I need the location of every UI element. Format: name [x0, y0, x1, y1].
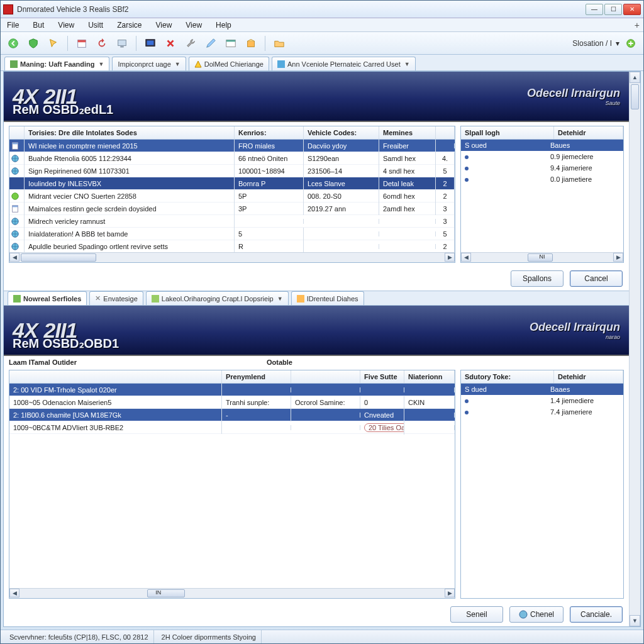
- table-row[interactable]: Midrech vericley ramnust3: [9, 215, 455, 228]
- globe-icon: [11, 154, 19, 163]
- svg-rect-25: [152, 295, 159, 303]
- refresh-icon[interactable]: [94, 36, 109, 51]
- table-row[interactable]: Buahde Rtenolia 6005 112:2934466 ntneö O…: [9, 152, 455, 165]
- globe-icon: [11, 230, 19, 238]
- menu-add-icon[interactable]: +: [635, 20, 640, 30]
- content-area: 4X2II1 ReM OSBD₂edL1 Odecell IrnairgunSa…: [3, 71, 641, 627]
- table-row[interactable]: 2: 00 VID FM-Trhole Spalot 020er: [9, 384, 455, 396]
- svg-point-17: [12, 192, 19, 199]
- side-row-sel[interactable]: S ouedBaues: [461, 140, 623, 151]
- wrench-icon[interactable]: [183, 36, 198, 51]
- titlebar: Dnmorated Vehicle 3 Realis SBf2 — ☐ ✕: [1, 1, 643, 18]
- col-kenrios[interactable]: Kenrios:: [235, 126, 304, 139]
- list-item[interactable]: 9.4 jiameriere: [461, 162, 623, 174]
- table-row[interactable]: WI niclee in cromptrre miened 2015FRO mi…: [9, 140, 455, 152]
- globe-icon: [11, 242, 19, 251]
- menu-view3[interactable]: View: [183, 19, 204, 31]
- col-memines[interactable]: Memines: [379, 126, 436, 139]
- menu-view2[interactable]: View: [153, 19, 175, 31]
- svg-rect-14: [13, 142, 18, 144]
- box-icon[interactable]: [243, 36, 258, 51]
- menu-zarsice[interactable]: Zarsice: [114, 19, 144, 31]
- content-vscroll[interactable]: ▲ ▼: [629, 72, 640, 626]
- tab-lakeol[interactable]: Lakeol.Oriharoging Crapt.l Dopsrieip▼: [146, 291, 289, 305]
- list-item[interactable]: 0.9 jiemeclere: [461, 151, 623, 162]
- folder-icon[interactable]: [272, 36, 287, 51]
- col-torisies[interactable]: Torisies: Dre dile Intolates Sodes: [25, 126, 235, 139]
- side-top-hscroll[interactable]: ◀NI▶: [461, 252, 623, 262]
- tab-ann[interactable]: Ann Vceniole Pternateic Carred Uset▼: [272, 57, 416, 70]
- list-item[interactable]: 7.4 jiameriere: [461, 406, 623, 418]
- app-icon: [3, 4, 13, 14]
- table-row[interactable]: Maimalces restinn gecle scrdein doysided…: [9, 203, 455, 215]
- location-dropdown-icon[interactable]: ▾: [616, 39, 619, 48]
- table-row[interactable]: 1008~05 Odenacion Maiserien5Tranhi sunpl…: [9, 396, 455, 409]
- cursor-icon[interactable]: [46, 36, 61, 51]
- screen-icon[interactable]: [114, 36, 130, 51]
- calendar-icon[interactable]: [74, 36, 89, 51]
- tab-dolmed[interactable]: DolMed Chieriange: [189, 57, 269, 70]
- maximize-button[interactable]: ☐: [604, 4, 622, 15]
- canciale-button[interactable]: Canciale.: [570, 606, 623, 623]
- spallons-button[interactable]: Spallons: [511, 270, 564, 287]
- svg-rect-19: [13, 205, 18, 207]
- shield-icon[interactable]: [26, 36, 41, 51]
- window-icon[interactable]: [223, 36, 238, 51]
- location-label: Slosation / I: [572, 39, 612, 48]
- tab-impicon[interactable]: Impiconprct uage▼: [112, 57, 186, 70]
- table-row[interactable]: Midrant vecier CNO Suerten 228585P008. 2…: [9, 190, 455, 203]
- svg-rect-24: [13, 295, 21, 303]
- green-icon: [11, 192, 19, 201]
- table-row[interactable]: Apuldle beuried Spadingo ortlent revirve…: [9, 240, 455, 252]
- table-row[interactable]: 2: 1IB00.6 chamite [USA M18E7Gk-Cnveated: [9, 409, 455, 421]
- back-icon[interactable]: [6, 36, 21, 51]
- delete-icon[interactable]: [163, 36, 178, 51]
- menubar: File But View Usitt Zarsice View View He…: [1, 18, 643, 32]
- close-button[interactable]: ✕: [623, 4, 641, 15]
- doc-icon: [11, 204, 19, 213]
- minimize-button[interactable]: —: [586, 4, 603, 15]
- col-vehicle[interactable]: Vehicle Codes:: [304, 126, 379, 139]
- svg-point-27: [519, 611, 527, 618]
- table-top: Torisies: Dre dile Intolates Sodes Kenri…: [9, 126, 455, 263]
- menu-file[interactable]: File: [4, 19, 21, 31]
- menu-usitt[interactable]: Usitt: [86, 19, 106, 31]
- globe-icon: [11, 167, 19, 175]
- doc-icon: [11, 142, 19, 150]
- status-left: Scvervhner: fcleu5ts (CP|18), FLSC, 00 2…: [4, 630, 154, 643]
- tab-maning[interactable]: Maning: Uaft Faanding▼: [4, 57, 109, 70]
- pencil-icon[interactable]: [203, 36, 218, 51]
- list-item[interactable]: 0.0 jiametiere: [461, 174, 623, 185]
- side-panel-top: Slpall logh Detehidr S ouedBaues 0.9 jie…: [460, 126, 624, 263]
- list-item[interactable]: 1.4 jiemediere: [461, 395, 623, 406]
- tab-drenteul[interactable]: IDrenteul Diahes: [291, 291, 364, 305]
- globe-icon: [519, 610, 528, 619]
- mid-tabstrip: Nowreal Serfioles ✕Envatesige Lakeol.Ori…: [4, 291, 629, 306]
- toolbar: Slosation / I ▾: [1, 32, 643, 55]
- table-row[interactable]: Sign Repirinened 60M 11073301100001~1889…: [9, 165, 455, 177]
- svg-point-0: [9, 38, 18, 47]
- table-row[interactable]: Ioulinded by INLESVBXBornra PLces Slanve…: [9, 177, 455, 190]
- cancel-button-top[interactable]: Cancel: [570, 270, 623, 287]
- table-bottom-hscroll[interactable]: ◀IN▶: [9, 588, 455, 598]
- menu-help[interactable]: Help: [213, 19, 234, 31]
- svg-rect-2: [78, 40, 86, 42]
- side2-row-sel[interactable]: S duedBaaes: [461, 384, 623, 395]
- table-row[interactable]: Inialdateration! A BBB tet bamde55: [9, 228, 455, 240]
- lower-left-header: Laam ITamal Outider: [9, 358, 262, 366]
- svg-rect-9: [248, 41, 255, 47]
- chenel-button[interactable]: Chenel: [509, 606, 564, 623]
- menu-but[interactable]: But: [30, 19, 47, 31]
- blank-icon: [11, 179, 19, 188]
- col-extra[interactable]: [436, 126, 455, 139]
- menu-view[interactable]: View: [55, 19, 77, 31]
- table-row[interactable]: 1009~0BC&TM ADVliert 3UB-RBE220 Tilies O…: [9, 421, 455, 434]
- tab-nowreal[interactable]: Nowreal Serfioles: [8, 291, 87, 305]
- monitor-icon[interactable]: [143, 36, 158, 51]
- svg-rect-4: [120, 46, 123, 47]
- tab-envatesige[interactable]: ✕Envatesige: [89, 291, 143, 305]
- add-plus-icon[interactable]: [623, 36, 638, 51]
- table-top-hscroll[interactable]: ◀▶: [9, 252, 455, 262]
- seneil-button[interactable]: Seneil: [450, 606, 503, 623]
- banner-bottom: 4X2II1 ReM OSBD₂OBD1 Odecell Irrairqunna…: [4, 306, 629, 356]
